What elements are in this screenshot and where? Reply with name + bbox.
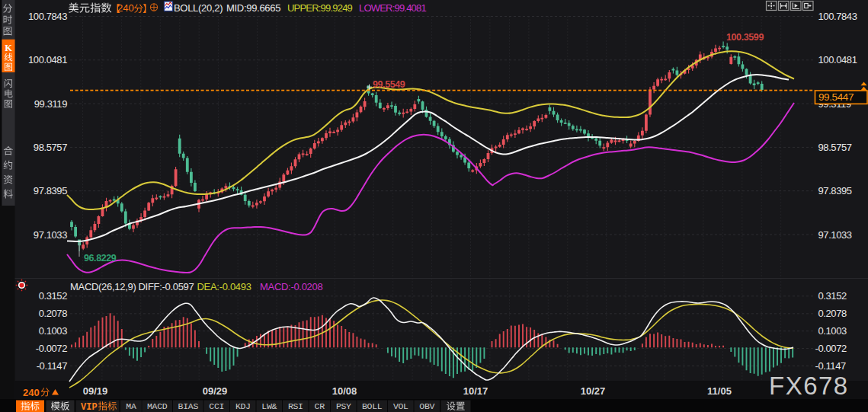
svg-text:97.1033: 97.1033 (34, 229, 67, 241)
svg-text:09/19: 09/19 (83, 385, 108, 397)
svg-text:0.1003: 0.1003 (39, 325, 68, 337)
svg-text:0.3152: 0.3152 (39, 290, 68, 302)
svg-text:BOLL: BOLL (362, 401, 383, 411)
svg-text:240: 240 (117, 2, 134, 14)
svg-text:PSY: PSY (336, 401, 351, 411)
svg-text:DEA:-0.0493: DEA:-0.0493 (197, 281, 251, 292)
svg-text:-0.1147: -0.1147 (37, 360, 67, 372)
svg-text:10/17: 10/17 (463, 385, 488, 397)
svg-text:0.1003: 0.1003 (818, 325, 847, 337)
svg-text:11/05: 11/05 (707, 385, 732, 397)
svg-text:0.2078: 0.2078 (39, 308, 68, 319)
svg-text:240: 240 (23, 387, 40, 398)
svg-text:CR: CR (315, 401, 325, 411)
svg-text:0.2078: 0.2078 (818, 308, 847, 319)
svg-text:-0.0072: -0.0072 (36, 343, 67, 354)
svg-text:KDJ: KDJ (235, 401, 251, 411)
svg-text:10/08: 10/08 (332, 385, 357, 397)
svg-text:100.7843: 100.7843 (818, 11, 857, 22)
svg-text:98.5757: 98.5757 (34, 142, 67, 153)
svg-text:MA: MA (126, 401, 136, 411)
svg-text:OBV: OBV (419, 401, 434, 411)
svg-text:99.5447: 99.5447 (818, 91, 854, 103)
svg-text:RSI: RSI (288, 401, 303, 411)
svg-text:97.1033: 97.1033 (818, 229, 852, 241)
svg-text:98.5757: 98.5757 (818, 142, 852, 153)
svg-text:10/27: 10/27 (581, 385, 606, 397)
svg-text:-0.0072: -0.0072 (815, 343, 847, 354)
svg-text:LW&: LW& (261, 401, 277, 411)
svg-text:96.8229: 96.8229 (84, 253, 117, 263)
svg-text:K: K (5, 43, 12, 53)
svg-text:99.3119: 99.3119 (34, 98, 67, 110)
svg-text:VIP: VIP (81, 402, 98, 412)
svg-text:-0.1147: -0.1147 (815, 360, 846, 372)
svg-text:MACD(26,12,9): MACD(26,12,9) (70, 281, 136, 292)
svg-text:97.8395: 97.8395 (34, 185, 67, 196)
svg-text:100.0481: 100.0481 (818, 54, 857, 65)
svg-text:100.7843: 100.7843 (28, 11, 67, 22)
svg-text:LOWER:99.4081: LOWER:99.4081 (359, 2, 426, 14)
svg-text:MACD: MACD (147, 401, 168, 411)
svg-text:97.8395: 97.8395 (818, 185, 852, 196)
svg-text:BIAS: BIAS (178, 401, 199, 411)
svg-text:09/29: 09/29 (203, 385, 228, 397)
svg-text:MID:99.6665: MID:99.6665 (226, 2, 280, 14)
svg-text:MACD:-0.0208: MACD:-0.0208 (260, 281, 322, 292)
svg-text:100.3599: 100.3599 (726, 32, 764, 43)
svg-text:99.5549: 99.5549 (373, 79, 405, 90)
svg-text:VOL: VOL (393, 401, 408, 411)
svg-text:0.3152: 0.3152 (818, 290, 847, 302)
svg-text:100.0481: 100.0481 (28, 54, 67, 65)
svg-text:DIFF:-0.0597: DIFF:-0.0597 (139, 281, 194, 292)
svg-text:CCI: CCI (209, 401, 224, 411)
svg-text:BOLL(20,2): BOLL(20,2) (174, 2, 223, 14)
svg-text:FX678: FX678 (769, 372, 849, 400)
svg-text:UPPER:99.9249: UPPER:99.9249 (287, 2, 353, 14)
